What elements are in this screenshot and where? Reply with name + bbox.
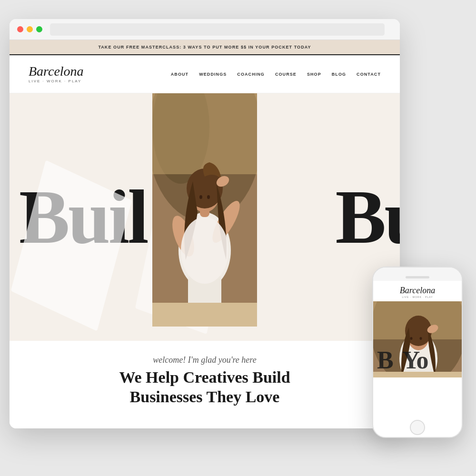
headline-line1: We Help Creatives Build <box>29 368 381 387</box>
outer-wrapper: TAKE OUR FREE MASTERCLASS: 3 WAYS TO PUT… <box>0 0 476 476</box>
svg-point-12 <box>207 195 210 199</box>
dot-red[interactable] <box>17 26 23 32</box>
mobile-content: Barcelona LIVE · WORK · PLAY <box>373 281 462 418</box>
svg-point-11 <box>199 195 202 199</box>
headline-large: We Help Creatives Build Businesses They … <box>29 368 381 407</box>
browser-mockup: TAKE OUR FREE MASTERCLASS: 3 WAYS TO PUT… <box>10 19 400 428</box>
mobile-logo-tagline: LIVE · WORK · PLAY <box>380 296 455 298</box>
hero-image <box>152 93 257 327</box>
browser-address-bar[interactable] <box>50 23 385 36</box>
svg-point-14 <box>181 217 228 284</box>
mobile-home-button[interactable] <box>410 420 425 435</box>
dot-green[interactable] <box>36 26 42 32</box>
nav-shop[interactable]: SHOP <box>307 72 321 77</box>
svg-rect-3 <box>152 93 257 174</box>
nav-blog[interactable]: BLOG <box>332 72 346 77</box>
nav-bar: Barcelona LIVE · WORK · PLAY ABOUT WEDDI… <box>10 55 400 93</box>
announcement-bar: TAKE OUR FREE MASTERCLASS: 3 WAYS TO PUT… <box>10 40 400 55</box>
welcome-text: welcome! I'm glad you're here <box>29 355 381 365</box>
logo-tagline: LIVE · WORK · PLAY <box>29 79 84 83</box>
svg-point-23 <box>420 337 422 340</box>
mobile-logo-section: Barcelona LIVE · WORK · PLAY <box>373 281 462 301</box>
svg-point-22 <box>410 337 413 340</box>
nav-about[interactable]: ABOUT <box>171 72 188 77</box>
website-content: TAKE OUR FREE MASTERCLASS: 3 WAYS TO PUT… <box>10 40 400 428</box>
mobile-top-bar <box>373 268 462 281</box>
hero-section: Buil Busi <box>10 93 400 341</box>
mobile-mockup: Barcelona LIVE · WORK · PLAY <box>372 267 463 438</box>
dot-yellow[interactable] <box>27 26 33 32</box>
announcement-text: TAKE OUR FREE MASTERCLASS: 3 WAYS TO PUT… <box>98 45 311 50</box>
mobile-bottom-bar <box>373 418 462 437</box>
mobile-speaker <box>406 276 429 278</box>
nav-coaching[interactable]: COACHING <box>237 72 265 77</box>
logo-area: Barcelona LIVE · WORK · PLAY <box>29 65 84 83</box>
nav-weddings[interactable]: WEDDINGS <box>199 72 227 77</box>
browser-dots <box>17 26 42 32</box>
nav-contact[interactable]: CONTACT <box>357 72 381 77</box>
below-hero: welcome! I'm glad you're here We Help Cr… <box>10 341 400 416</box>
mobile-hero-image: B Yo <box>373 301 462 377</box>
svg-rect-15 <box>152 303 257 327</box>
headline-line2: Businesses They Love <box>29 387 381 407</box>
mobile-hero-text: B Yo <box>373 348 428 373</box>
nav-course[interactable]: COURSE <box>275 72 297 77</box>
mobile-logo-name[interactable]: Barcelona <box>380 286 455 296</box>
nav-links: ABOUT WEDDINGS COACHING COURSE SHOP BLOG… <box>171 72 381 77</box>
logo-name[interactable]: Barcelona <box>29 65 84 78</box>
browser-chrome <box>10 19 400 40</box>
hero-image-container <box>152 93 257 327</box>
